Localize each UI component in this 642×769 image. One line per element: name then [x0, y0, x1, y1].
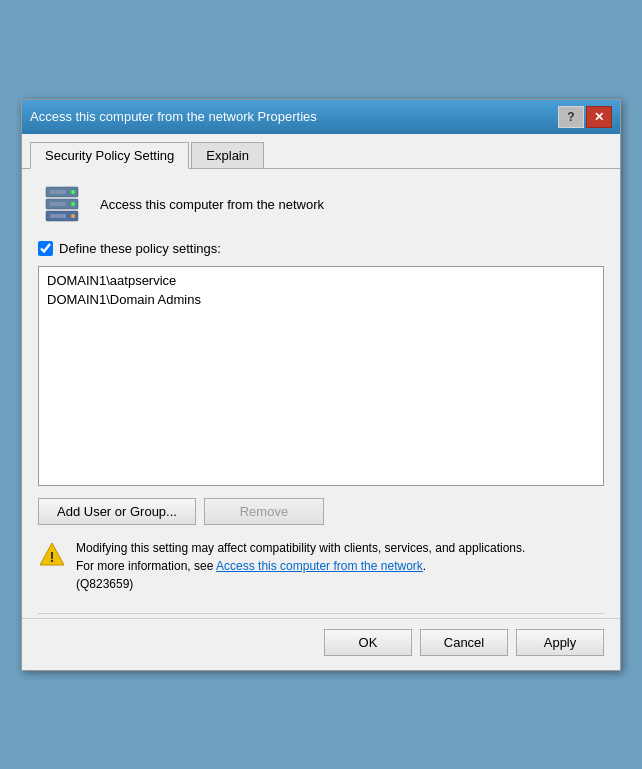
add-user-button[interactable]: Add User or Group... — [38, 498, 196, 525]
help-button[interactable]: ? — [558, 106, 584, 128]
list-item-selected[interactable]: DOMAIN1\aatpservice — [47, 273, 176, 288]
main-window: Access this computer from the network Pr… — [21, 99, 621, 671]
remove-button[interactable]: Remove — [204, 498, 324, 525]
warning-link[interactable]: Access this computer from the network — [216, 559, 423, 573]
define-policy-checkbox[interactable] — [38, 241, 53, 256]
user-group-buttons: Add User or Group... Remove — [38, 498, 604, 525]
ok-button[interactable]: OK — [324, 629, 412, 656]
divider — [38, 613, 604, 614]
tab-explain[interactable]: Explain — [191, 142, 264, 168]
apply-button[interactable]: Apply — [516, 629, 604, 656]
server-icon — [38, 185, 86, 225]
warning-section: ! Modifying this setting may affect comp… — [38, 539, 604, 593]
define-policy-checkbox-row: Define these policy settings: — [38, 241, 604, 256]
svg-point-5 — [71, 214, 75, 218]
tab-security-policy[interactable]: Security Policy Setting — [30, 142, 189, 169]
svg-rect-6 — [50, 190, 66, 194]
tab-content: Access this computer from the network De… — [22, 169, 620, 613]
svg-rect-8 — [50, 214, 66, 218]
title-bar-buttons: ? ✕ — [558, 106, 612, 128]
close-button[interactable]: ✕ — [586, 106, 612, 128]
cancel-button[interactable]: Cancel — [420, 629, 508, 656]
tab-bar: Security Policy Setting Explain — [22, 134, 620, 169]
policy-list[interactable]: DOMAIN1\aatpservice DOMAIN1\Domain Admin… — [38, 266, 604, 486]
define-policy-label[interactable]: Define these policy settings: — [59, 241, 221, 256]
warning-text: Modifying this setting may affect compat… — [76, 539, 525, 593]
warning-text-after: . — [423, 559, 426, 573]
svg-point-4 — [71, 202, 75, 206]
policy-title: Access this computer from the network — [100, 197, 324, 212]
svg-text:!: ! — [50, 548, 55, 565]
list-item[interactable]: DOMAIN1\Domain Admins — [43, 290, 599, 309]
svg-rect-7 — [50, 202, 66, 206]
policy-header: Access this computer from the network — [38, 185, 604, 225]
list-item[interactable]: DOMAIN1\aatpservice — [43, 271, 599, 290]
window-title: Access this computer from the network Pr… — [30, 109, 558, 124]
list-item-text: DOMAIN1\Domain Admins — [47, 292, 201, 307]
warning-ref: (Q823659) — [76, 577, 133, 591]
svg-point-3 — [71, 190, 75, 194]
bottom-buttons: OK Cancel Apply — [22, 618, 620, 670]
warning-icon: ! — [38, 541, 66, 569]
title-bar: Access this computer from the network Pr… — [22, 100, 620, 134]
